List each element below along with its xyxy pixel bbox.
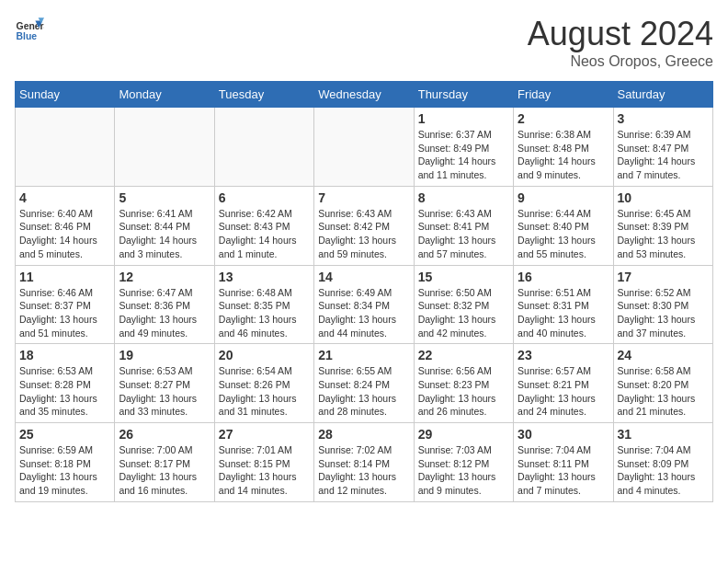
weekday-header-friday: Friday <box>514 82 613 108</box>
day-number: 13 <box>219 270 310 284</box>
calendar-cell <box>16 108 115 187</box>
day-number: 9 <box>518 190 609 205</box>
day-info: Sunrise: 6:54 AM Sunset: 8:26 PM Dayligh… <box>219 364 310 419</box>
day-number: 17 <box>618 270 709 284</box>
day-info: Sunrise: 6:55 AM Sunset: 8:24 PM Dayligh… <box>318 364 409 419</box>
day-number: 10 <box>618 190 709 205</box>
day-number: 8 <box>418 190 509 205</box>
weekday-header-row: SundayMondayTuesdayWednesdayThursdayFrid… <box>16 82 713 108</box>
day-info: Sunrise: 6:42 AM Sunset: 8:43 PM Dayligh… <box>219 207 310 261</box>
day-info: Sunrise: 6:53 AM Sunset: 8:28 PM Dayligh… <box>19 364 110 419</box>
calendar-cell: 6Sunrise: 6:42 AM Sunset: 8:43 PM Daylig… <box>214 186 313 265</box>
calendar-cell: 11Sunrise: 6:46 AM Sunset: 8:37 PM Dayli… <box>16 265 115 344</box>
day-info: Sunrise: 6:59 AM Sunset: 8:18 PM Dayligh… <box>19 443 110 498</box>
logo-icon: General Blue <box>15 15 44 44</box>
calendar-cell: 30Sunrise: 7:04 AM Sunset: 8:11 PM Dayli… <box>514 423 613 502</box>
calendar-cell: 14Sunrise: 6:49 AM Sunset: 8:34 PM Dayli… <box>314 265 414 344</box>
calendar-cell: 1Sunrise: 6:37 AM Sunset: 8:49 PM Daylig… <box>414 108 513 187</box>
calendar-cell: 4Sunrise: 6:40 AM Sunset: 8:46 PM Daylig… <box>16 186 115 265</box>
calendar-cell: 18Sunrise: 6:53 AM Sunset: 8:28 PM Dayli… <box>16 344 115 423</box>
weekday-header-sunday: Sunday <box>16 82 115 108</box>
day-info: Sunrise: 6:58 AM Sunset: 8:20 PM Dayligh… <box>618 364 709 419</box>
day-number: 23 <box>518 348 609 362</box>
day-info: Sunrise: 6:57 AM Sunset: 8:21 PM Dayligh… <box>518 364 609 419</box>
day-info: Sunrise: 7:01 AM Sunset: 8:15 PM Dayligh… <box>219 443 310 498</box>
calendar-cell: 15Sunrise: 6:50 AM Sunset: 8:32 PM Dayli… <box>414 265 513 344</box>
day-number: 7 <box>318 190 409 205</box>
day-number: 11 <box>19 270 110 284</box>
day-number: 5 <box>119 190 210 205</box>
day-info: Sunrise: 6:53 AM Sunset: 8:27 PM Dayligh… <box>119 364 210 419</box>
day-info: Sunrise: 6:46 AM Sunset: 8:37 PM Dayligh… <box>19 286 110 340</box>
day-number: 24 <box>618 348 709 362</box>
day-number: 25 <box>19 427 110 442</box>
page-header: General Blue August 2024 Neos Oropos, Gr… <box>15 15 713 70</box>
calendar-cell: 27Sunrise: 7:01 AM Sunset: 8:15 PM Dayli… <box>214 423 313 502</box>
day-number: 6 <box>219 190 310 205</box>
calendar-cell: 23Sunrise: 6:57 AM Sunset: 8:21 PM Dayli… <box>514 344 613 423</box>
day-info: Sunrise: 6:44 AM Sunset: 8:40 PM Dayligh… <box>518 207 609 261</box>
day-info: Sunrise: 7:04 AM Sunset: 8:09 PM Dayligh… <box>618 443 709 498</box>
calendar-cell: 3Sunrise: 6:39 AM Sunset: 8:47 PM Daylig… <box>613 108 712 187</box>
day-number: 19 <box>119 348 210 362</box>
day-info: Sunrise: 7:03 AM Sunset: 8:12 PM Dayligh… <box>418 443 509 498</box>
calendar-cell: 16Sunrise: 6:51 AM Sunset: 8:31 PM Dayli… <box>514 265 613 344</box>
day-number: 2 <box>518 111 609 126</box>
day-info: Sunrise: 6:48 AM Sunset: 8:35 PM Dayligh… <box>219 286 310 340</box>
day-info: Sunrise: 6:47 AM Sunset: 8:36 PM Dayligh… <box>119 286 210 340</box>
location: Neos Oropos, Greece <box>528 53 713 70</box>
calendar-cell: 5Sunrise: 6:41 AM Sunset: 8:44 PM Daylig… <box>115 186 214 265</box>
day-number: 4 <box>19 190 110 205</box>
weekday-header-monday: Monday <box>115 82 214 108</box>
calendar-cell: 12Sunrise: 6:47 AM Sunset: 8:36 PM Dayli… <box>115 265 214 344</box>
day-info: Sunrise: 7:02 AM Sunset: 8:14 PM Dayligh… <box>318 443 409 498</box>
day-number: 15 <box>418 270 509 284</box>
calendar-week-row: 25Sunrise: 6:59 AM Sunset: 8:18 PM Dayli… <box>16 423 713 502</box>
day-number: 21 <box>318 348 409 362</box>
weekday-header-wednesday: Wednesday <box>314 82 414 108</box>
calendar-cell: 19Sunrise: 6:53 AM Sunset: 8:27 PM Dayli… <box>115 344 214 423</box>
title-block: August 2024 Neos Oropos, Greece <box>528 15 713 70</box>
day-info: Sunrise: 6:43 AM Sunset: 8:42 PM Dayligh… <box>318 207 409 261</box>
svg-text:Blue: Blue <box>17 31 38 41</box>
day-info: Sunrise: 7:00 AM Sunset: 8:17 PM Dayligh… <box>119 443 210 498</box>
day-info: Sunrise: 6:52 AM Sunset: 8:30 PM Dayligh… <box>618 286 709 340</box>
day-info: Sunrise: 6:39 AM Sunset: 8:47 PM Dayligh… <box>618 128 709 182</box>
day-number: 18 <box>19 348 110 362</box>
day-number: 28 <box>318 427 409 442</box>
day-info: Sunrise: 6:38 AM Sunset: 8:48 PM Dayligh… <box>518 128 609 182</box>
day-info: Sunrise: 6:51 AM Sunset: 8:31 PM Dayligh… <box>518 286 609 340</box>
calendar-cell: 10Sunrise: 6:45 AM Sunset: 8:39 PM Dayli… <box>613 186 712 265</box>
day-info: Sunrise: 6:41 AM Sunset: 8:44 PM Dayligh… <box>119 207 210 261</box>
calendar-cell <box>314 108 414 187</box>
day-info: Sunrise: 6:50 AM Sunset: 8:32 PM Dayligh… <box>418 286 509 340</box>
calendar-cell: 8Sunrise: 6:43 AM Sunset: 8:41 PM Daylig… <box>414 186 513 265</box>
day-info: Sunrise: 6:49 AM Sunset: 8:34 PM Dayligh… <box>318 286 409 340</box>
day-info: Sunrise: 6:37 AM Sunset: 8:49 PM Dayligh… <box>418 128 509 182</box>
day-number: 30 <box>518 427 609 442</box>
day-number: 12 <box>119 270 210 284</box>
logo: General Blue <box>15 15 44 44</box>
calendar-week-row: 4Sunrise: 6:40 AM Sunset: 8:46 PM Daylig… <box>16 186 713 265</box>
calendar-week-row: 18Sunrise: 6:53 AM Sunset: 8:28 PM Dayli… <box>16 344 713 423</box>
day-number: 29 <box>418 427 509 442</box>
calendar-cell: 29Sunrise: 7:03 AM Sunset: 8:12 PM Dayli… <box>414 423 513 502</box>
day-info: Sunrise: 6:45 AM Sunset: 8:39 PM Dayligh… <box>618 207 709 261</box>
calendar-week-row: 1Sunrise: 6:37 AM Sunset: 8:49 PM Daylig… <box>16 108 713 187</box>
day-info: Sunrise: 6:43 AM Sunset: 8:41 PM Dayligh… <box>418 207 509 261</box>
calendar-cell: 17Sunrise: 6:52 AM Sunset: 8:30 PM Dayli… <box>613 265 712 344</box>
day-number: 20 <box>219 348 310 362</box>
calendar-cell: 26Sunrise: 7:00 AM Sunset: 8:17 PM Dayli… <box>115 423 214 502</box>
day-number: 16 <box>518 270 609 284</box>
day-number: 27 <box>219 427 310 442</box>
calendar-cell: 25Sunrise: 6:59 AM Sunset: 8:18 PM Dayli… <box>16 423 115 502</box>
calendar-cell: 24Sunrise: 6:58 AM Sunset: 8:20 PM Dayli… <box>613 344 712 423</box>
calendar-cell: 21Sunrise: 6:55 AM Sunset: 8:24 PM Dayli… <box>314 344 414 423</box>
calendar-cell: 13Sunrise: 6:48 AM Sunset: 8:35 PM Dayli… <box>214 265 313 344</box>
calendar-cell <box>115 108 214 187</box>
calendar-cell: 7Sunrise: 6:43 AM Sunset: 8:42 PM Daylig… <box>314 186 414 265</box>
calendar-cell: 20Sunrise: 6:54 AM Sunset: 8:26 PM Dayli… <box>214 344 313 423</box>
day-info: Sunrise: 6:56 AM Sunset: 8:23 PM Dayligh… <box>418 364 509 419</box>
day-number: 26 <box>119 427 210 442</box>
day-info: Sunrise: 6:40 AM Sunset: 8:46 PM Dayligh… <box>19 207 110 261</box>
